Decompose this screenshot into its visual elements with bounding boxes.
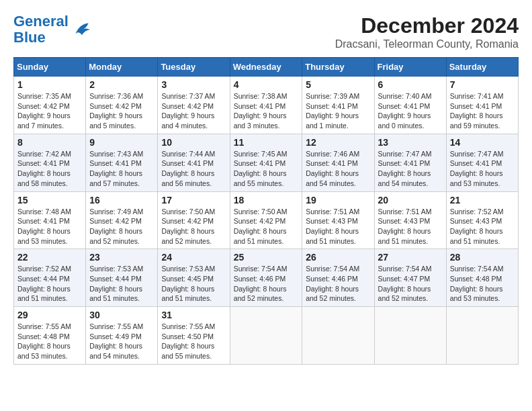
day-number: 11 <box>234 137 299 148</box>
day-number: 24 <box>161 252 226 263</box>
calendar-table: SundayMondayTuesdayWednesdayThursdayFrid… <box>13 57 519 365</box>
page-subtitle: Dracsani, Teleorman County, Romania <box>335 38 519 50</box>
day-detail: Sunrise: 7:47 AMSunset: 4:41 PMDaylight:… <box>450 149 515 189</box>
header-day-thursday: Thursday <box>302 58 374 77</box>
header-day-wednesday: Wednesday <box>230 58 302 77</box>
day-number: 3 <box>161 79 226 90</box>
header-day-friday: Friday <box>374 58 446 77</box>
day-number: 4 <box>234 79 299 90</box>
day-number: 7 <box>450 79 515 90</box>
calendar-cell: 15Sunrise: 7:48 AMSunset: 4:41 PMDayligh… <box>14 191 86 249</box>
day-detail: Sunrise: 7:52 AMSunset: 4:43 PMDaylight:… <box>450 207 515 246</box>
calendar-cell: 25Sunrise: 7:54 AMSunset: 4:46 PMDayligh… <box>230 249 302 307</box>
calendar-cell: 22Sunrise: 7:52 AMSunset: 4:44 PMDayligh… <box>14 249 86 307</box>
logo: GeneralBlue <box>13 13 93 46</box>
day-detail: Sunrise: 7:45 AMSunset: 4:41 PMDaylight:… <box>234 149 299 189</box>
calendar-cell: 19Sunrise: 7:51 AMSunset: 4:43 PMDayligh… <box>302 191 374 249</box>
day-number: 20 <box>378 195 443 205</box>
week-row-4: 22Sunrise: 7:52 AMSunset: 4:44 PMDayligh… <box>14 249 519 307</box>
calendar-cell: 10Sunrise: 7:44 AMSunset: 4:41 PMDayligh… <box>158 134 230 191</box>
header-day-monday: Monday <box>86 58 158 77</box>
day-number: 23 <box>89 252 154 263</box>
calendar-cell <box>446 307 518 365</box>
day-detail: Sunrise: 7:55 AMSunset: 4:48 PMDaylight:… <box>17 322 82 361</box>
week-row-1: 1Sunrise: 7:35 AMSunset: 4:42 PMDaylight… <box>14 77 519 134</box>
day-detail: Sunrise: 7:50 AMSunset: 4:42 PMDaylight:… <box>234 207 299 246</box>
day-detail: Sunrise: 7:55 AMSunset: 4:50 PMDaylight:… <box>161 322 226 361</box>
calendar-cell: 12Sunrise: 7:46 AMSunset: 4:41 PMDayligh… <box>302 134 374 191</box>
day-detail: Sunrise: 7:55 AMSunset: 4:49 PMDaylight:… <box>89 322 154 361</box>
header-day-tuesday: Tuesday <box>158 58 230 77</box>
calendar-cell: 2Sunrise: 7:36 AMSunset: 4:42 PMDaylight… <box>86 77 158 134</box>
day-detail: Sunrise: 7:40 AMSunset: 4:41 PMDaylight:… <box>378 91 443 131</box>
day-detail: Sunrise: 7:46 AMSunset: 4:41 PMDaylight:… <box>306 149 370 189</box>
day-detail: Sunrise: 7:48 AMSunset: 4:41 PMDaylight:… <box>17 207 82 246</box>
day-number: 10 <box>161 137 226 148</box>
calendar-cell: 16Sunrise: 7:49 AMSunset: 4:42 PMDayligh… <box>86 191 158 249</box>
day-number: 16 <box>89 195 154 205</box>
calendar-cell: 1Sunrise: 7:35 AMSunset: 4:42 PMDaylight… <box>14 77 86 134</box>
day-detail: Sunrise: 7:41 AMSunset: 4:41 PMDaylight:… <box>450 91 515 131</box>
day-number: 8 <box>17 137 82 148</box>
day-number: 14 <box>450 137 515 148</box>
day-number: 19 <box>306 195 370 205</box>
calendar-cell: 3Sunrise: 7:37 AMSunset: 4:42 PMDaylight… <box>158 77 230 134</box>
page-title: December 2024 <box>335 13 519 38</box>
day-number: 28 <box>450 252 515 263</box>
day-detail: Sunrise: 7:39 AMSunset: 4:41 PMDaylight:… <box>306 91 370 131</box>
day-detail: Sunrise: 7:44 AMSunset: 4:41 PMDaylight:… <box>161 149 226 189</box>
calendar-cell <box>302 307 374 365</box>
calendar-cell: 18Sunrise: 7:50 AMSunset: 4:42 PMDayligh… <box>230 191 302 249</box>
calendar-cell: 27Sunrise: 7:54 AMSunset: 4:47 PMDayligh… <box>374 249 446 307</box>
calendar-cell: 23Sunrise: 7:53 AMSunset: 4:44 PMDayligh… <box>86 249 158 307</box>
day-number: 21 <box>450 195 515 205</box>
day-detail: Sunrise: 7:54 AMSunset: 4:48 PMDaylight:… <box>450 264 515 304</box>
calendar-cell: 6Sunrise: 7:40 AMSunset: 4:41 PMDaylight… <box>374 77 446 134</box>
day-number: 29 <box>17 310 82 320</box>
logo-text: GeneralBlue <box>13 13 69 46</box>
calendar-cell: 17Sunrise: 7:50 AMSunset: 4:42 PMDayligh… <box>158 191 230 249</box>
calendar-cell: 24Sunrise: 7:53 AMSunset: 4:45 PMDayligh… <box>158 249 230 307</box>
calendar-cell: 9Sunrise: 7:43 AMSunset: 4:41 PMDaylight… <box>86 134 158 191</box>
day-detail: Sunrise: 7:51 AMSunset: 4:43 PMDaylight:… <box>306 207 370 246</box>
calendar-cell: 31Sunrise: 7:55 AMSunset: 4:50 PMDayligh… <box>158 307 230 365</box>
calendar-cell: 26Sunrise: 7:54 AMSunset: 4:46 PMDayligh… <box>302 249 374 307</box>
calendar-cell: 20Sunrise: 7:51 AMSunset: 4:43 PMDayligh… <box>374 191 446 249</box>
day-number: 5 <box>306 79 370 90</box>
day-number: 31 <box>161 310 226 320</box>
calendar-cell: 13Sunrise: 7:47 AMSunset: 4:41 PMDayligh… <box>374 134 446 191</box>
day-number: 9 <box>89 137 154 148</box>
day-number: 6 <box>378 79 443 90</box>
day-detail: Sunrise: 7:54 AMSunset: 4:46 PMDaylight:… <box>306 264 370 304</box>
day-number: 15 <box>17 195 82 205</box>
day-number: 17 <box>161 195 226 205</box>
calendar-cell <box>374 307 446 365</box>
day-number: 1 <box>17 79 82 90</box>
day-detail: Sunrise: 7:43 AMSunset: 4:41 PMDaylight:… <box>89 149 154 189</box>
day-number: 12 <box>306 137 370 148</box>
header-day-saturday: Saturday <box>446 58 518 77</box>
day-number: 26 <box>306 252 370 263</box>
calendar-body: 1Sunrise: 7:35 AMSunset: 4:42 PMDaylight… <box>14 77 519 365</box>
day-number: 18 <box>234 195 299 205</box>
day-detail: Sunrise: 7:53 AMSunset: 4:45 PMDaylight:… <box>161 264 226 304</box>
week-row-2: 8Sunrise: 7:42 AMSunset: 4:41 PMDaylight… <box>14 134 519 191</box>
calendar-cell: 8Sunrise: 7:42 AMSunset: 4:41 PMDaylight… <box>14 134 86 191</box>
title-block: December 2024 Dracsani, Teleorman County… <box>335 13 519 50</box>
day-detail: Sunrise: 7:54 AMSunset: 4:46 PMDaylight:… <box>234 264 299 304</box>
day-detail: Sunrise: 7:36 AMSunset: 4:42 PMDaylight:… <box>89 91 154 131</box>
calendar-cell: 21Sunrise: 7:52 AMSunset: 4:43 PMDayligh… <box>446 191 518 249</box>
day-number: 30 <box>89 310 154 320</box>
day-number: 27 <box>378 252 443 263</box>
calendar-cell: 30Sunrise: 7:55 AMSunset: 4:49 PMDayligh… <box>86 307 158 365</box>
header-row: SundayMondayTuesdayWednesdayThursdayFrid… <box>14 58 519 77</box>
day-detail: Sunrise: 7:53 AMSunset: 4:44 PMDaylight:… <box>89 264 154 304</box>
calendar-cell: 29Sunrise: 7:55 AMSunset: 4:48 PMDayligh… <box>14 307 86 365</box>
day-detail: Sunrise: 7:51 AMSunset: 4:43 PMDaylight:… <box>378 207 443 246</box>
day-detail: Sunrise: 7:49 AMSunset: 4:42 PMDaylight:… <box>89 207 154 246</box>
day-detail: Sunrise: 7:47 AMSunset: 4:41 PMDaylight:… <box>378 149 443 189</box>
calendar-cell <box>230 307 302 365</box>
day-detail: Sunrise: 7:54 AMSunset: 4:47 PMDaylight:… <box>378 264 443 304</box>
calendar-cell: 5Sunrise: 7:39 AMSunset: 4:41 PMDaylight… <box>302 77 374 134</box>
day-number: 25 <box>234 252 299 263</box>
